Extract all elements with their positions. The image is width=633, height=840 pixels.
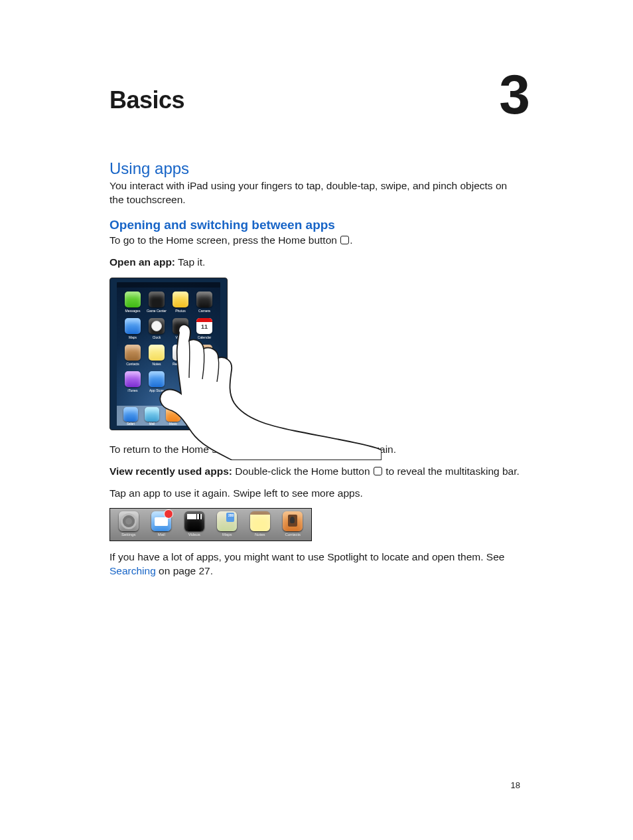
- app-label: Videos: [175, 335, 185, 339]
- multitask-app-cell: Notes: [245, 511, 275, 539]
- multitask-app-cell: Maps: [212, 511, 243, 539]
- dock-app-cell: Safari: [123, 407, 138, 426]
- dock-app-cell: Mail: [145, 407, 159, 426]
- app-cell: iTunes: [123, 371, 143, 398]
- app-icon: [149, 318, 165, 334]
- app-cell: Calendar: [194, 318, 214, 345]
- multitask-app-label: Mail: [158, 533, 165, 537]
- status-bar: [117, 282, 220, 288]
- app-icon: [125, 371, 141, 387]
- app-icon: [125, 345, 141, 361]
- app-icon: [125, 292, 141, 307]
- app-label: App Store: [149, 388, 164, 392]
- text: to reveal the multitasking bar.: [383, 465, 520, 477]
- text: again.: [365, 444, 396, 455]
- chapter-title: Basics: [109, 80, 184, 114]
- chapter-number: 3: [499, 66, 530, 122]
- multitask-app-label: Maps: [222, 533, 232, 537]
- para-home-screen: To go to the Home screen, press the Home…: [109, 234, 524, 248]
- app-icon: [173, 345, 188, 361]
- app-label: Safari: [127, 422, 135, 426]
- text: Tap it.: [175, 256, 205, 268]
- para-spotlight: If you have a lot of apps, you might wan…: [109, 550, 524, 578]
- multitask-app-label: Contacts: [285, 533, 301, 537]
- app-icon: [173, 292, 188, 307]
- app-cell: Newsstand: [194, 345, 214, 371]
- app-cell: Camera: [194, 292, 214, 318]
- app-icon: [149, 292, 165, 307]
- app-icon: [123, 407, 138, 422]
- multitask-app-cell: Contacts: [278, 511, 309, 539]
- app-label: Music: [169, 422, 177, 426]
- para-return-home: To return to the Home screen, press the …: [109, 443, 524, 457]
- para-view-recent: View recently used apps: Double-click th…: [109, 465, 524, 479]
- app-icon: [196, 345, 212, 361]
- app-cell: Videos: [171, 318, 190, 345]
- app-label: Photos: [175, 309, 186, 313]
- app-icon: [173, 318, 188, 334]
- multitasking-bar-figure: SettingsMailVideosMapsNotesContacts: [109, 508, 312, 541]
- ipad-body: MessagesGame CenterPhotosCameraMapsClock…: [109, 278, 228, 430]
- app-label: Calendar: [198, 335, 211, 339]
- multitask-app-label: Videos: [188, 533, 200, 537]
- app-icon: [196, 318, 212, 334]
- app-label: Game Center: [147, 309, 167, 313]
- app-icon: [166, 407, 180, 422]
- dock-app-cell: Music: [166, 407, 180, 426]
- text: To go to the Home screen, press the Home…: [109, 234, 340, 246]
- app-label: Clock: [153, 335, 161, 339]
- section-heading-opening: Opening and switching between apps: [109, 218, 524, 232]
- ipad-homescreen-figure: MessagesGame CenterPhotosCameraMapsClock…: [109, 278, 295, 434]
- app-cell: Maps: [123, 318, 143, 345]
- multitask-app-cell: Videos: [179, 511, 210, 539]
- app-cell: Clock: [147, 318, 167, 345]
- para-tap-swipe: Tap an app to use it again. Swipe left t…: [109, 487, 524, 501]
- text: To return to the Home screen, press the …: [109, 444, 355, 455]
- app-label: Reminders: [173, 362, 188, 366]
- multitask-app-cell: Mail: [147, 511, 177, 539]
- app-label: Contacts: [126, 362, 139, 366]
- bold-label: View recently used apps:: [109, 465, 232, 477]
- section-heading-using-apps: Using apps: [109, 159, 524, 178]
- page-number: 18: [511, 780, 520, 790]
- multitask-app-icon: [151, 511, 171, 531]
- app-icon: [149, 345, 165, 361]
- section1-para: You interact with iPad using your finger…: [109, 179, 524, 207]
- app-label: Messages: [125, 309, 141, 313]
- app-cell: [194, 371, 214, 398]
- icon-grid: MessagesGame CenterPhotosCameraMapsClock…: [123, 292, 214, 398]
- app-cell: App Store: [147, 371, 167, 398]
- page: Basics 3 Using apps You interact with iP…: [0, 0, 633, 840]
- text: Double-click the Home button: [232, 465, 373, 477]
- ipad-screen: MessagesGame CenterPhotosCameraMapsClock…: [117, 282, 220, 426]
- app-label: Mail: [149, 422, 155, 426]
- app-label: Maps: [129, 335, 137, 339]
- app-cell: Photos: [171, 292, 190, 318]
- link-searching[interactable]: Searching: [109, 565, 156, 576]
- multitask-app-icon: [119, 511, 139, 531]
- app-label: Notes: [152, 362, 161, 366]
- multitask-app-icon: [250, 511, 270, 531]
- bold-label: Open an app:: [109, 256, 175, 268]
- home-button-icon: [374, 467, 382, 475]
- multitask-app-icon: [184, 511, 204, 531]
- multitask-app-label: Notes: [255, 533, 265, 537]
- home-button-icon: [340, 236, 349, 244]
- app-icon: [145, 407, 159, 422]
- app-cell: [171, 371, 190, 398]
- app-icon: [196, 292, 212, 307]
- app-icon: [125, 318, 141, 334]
- para-open-app: Open an app: Tap it.: [109, 256, 524, 270]
- app-label: Newsstand: [196, 362, 213, 366]
- multitask-app-cell: Settings: [113, 511, 144, 539]
- text: If you have a lot of apps, you might wan…: [109, 551, 504, 562]
- app-cell: Contacts: [123, 345, 143, 371]
- app-label: Camera: [198, 309, 210, 313]
- multitask-app-icon: [217, 511, 237, 531]
- app-icon: [149, 371, 165, 387]
- text: on page 27.: [156, 565, 213, 576]
- multitask-app-label: Settings: [121, 533, 136, 537]
- app-cell: Notes: [147, 345, 167, 371]
- text: .: [350, 234, 352, 246]
- app-cell: Game Center: [147, 292, 167, 318]
